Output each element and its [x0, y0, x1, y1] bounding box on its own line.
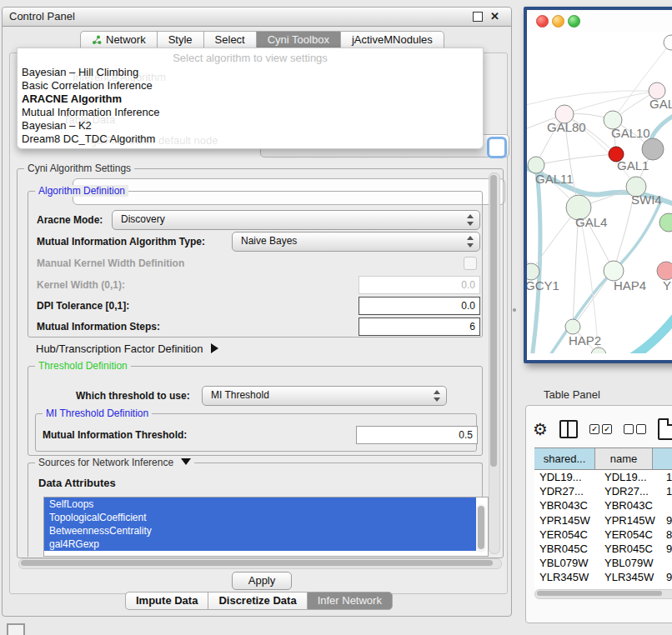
which-threshold-combo[interactable]: MI Threshold	[202, 386, 447, 406]
table-row[interactable]: YPR145WYPR145W9.	[534, 513, 672, 528]
table-row[interactable]: YDR27...YDR27...12	[534, 484, 672, 498]
attribute-list-item[interactable]: SelfLoops	[44, 498, 476, 511]
table-cell: 9.	[661, 542, 672, 556]
network-node-label: GAL	[649, 97, 672, 111]
corner-widget-icon[interactable]	[7, 623, 25, 635]
network-node-leftgreen[interactable]	[528, 157, 544, 173]
table-column-header[interactable]: name	[595, 448, 653, 469]
table-cell: YER054C	[599, 528, 661, 542]
network-node-bottomnode[interactable]	[591, 348, 606, 353]
network-icon	[92, 35, 102, 45]
network-window-titlebar[interactable]	[527, 10, 672, 32]
table-cell: YPR145W	[534, 513, 599, 528]
network-node-label: SWI4	[631, 192, 662, 207]
mac-zoom-icon[interactable]	[568, 15, 580, 28]
tab-select[interactable]: Select	[203, 31, 256, 49]
network-edge[interactable]	[650, 108, 672, 142]
mi-threshold-field[interactable]: 0.5	[356, 426, 478, 444]
table-body: YDL19...YDL19...13YDR27...YDR27...12YBR0…	[534, 470, 672, 588]
tab-label: Select	[215, 32, 245, 48]
table-cell: YDR27...	[534, 484, 599, 498]
dpi-tolerance-field[interactable]: 0.0	[359, 297, 480, 315]
hub-definition-toggle[interactable]: Hub/Transcription Factor Definition	[36, 342, 218, 355]
close-icon[interactable]: ✕	[490, 12, 499, 22]
hub-definition-label: Hub/Transcription Factor Definition	[36, 342, 203, 355]
stepper-arrows-icon	[434, 390, 441, 402]
apply-button[interactable]: Apply	[232, 572, 292, 590]
table-cell: 9.	[661, 570, 672, 584]
table-row[interactable]: YBR045CYBR045C9.	[534, 542, 672, 556]
network-view-window[interactable]: GALGAL80GAL10GAL1GAL11SWI4GAL4GCY1HAP4YH…	[524, 7, 672, 363]
table-column-header[interactable]: shared...	[534, 448, 595, 469]
table-panel-title: Table Panel	[544, 388, 600, 401]
control-panel-titlebar[interactable]: Control Panel ✕	[3, 8, 511, 27]
tab-style[interactable]: Style	[157, 31, 203, 49]
popup-placeholder: Select algorithm to view settings	[18, 52, 483, 64]
table-row[interactable]: YIL052CYIL052C0.	[534, 585, 672, 589]
bottom-tab-impute-data[interactable]: Impute Data	[125, 592, 208, 610]
table-row[interactable]: YBR043CYBR043C	[534, 498, 672, 512]
deselect-all-checkboxes-icon[interactable]	[624, 424, 646, 434]
table-column-header[interactable]	[653, 448, 672, 469]
select-all-checkboxes-icon[interactable]: ✓✓	[589, 424, 612, 434]
table-cell: 12	[661, 484, 672, 498]
network-node-HAP2[interactable]	[565, 319, 580, 334]
dpi-tolerance-label: DPI Tolerance [0,1]:	[37, 300, 129, 312]
mi-algorithm-type-combo[interactable]: Naive Bayes	[232, 232, 480, 252]
table-row[interactable]: YER054CYER054C8.	[534, 528, 672, 542]
bottom-tabbar: Impute DataDiscretize DataInfer Network	[125, 592, 393, 610]
network-node-rightgreen[interactable]	[659, 213, 672, 232]
tab-cyni-toolbox[interactable]: Cyni Toolbox	[256, 31, 340, 49]
sources-title-text: Sources for Network Inference	[38, 457, 173, 468]
float-window-icon[interactable]	[473, 12, 483, 22]
data-attributes-label: Data Attributes	[38, 477, 116, 489]
ghost-text: Inference Algorithm	[73, 71, 166, 83]
attribute-list-item[interactable]: BetweennessCentrality	[44, 524, 476, 538]
table-row[interactable]: YBL079WYBL079W	[534, 556, 672, 570]
manual-kernel-width-checkbox[interactable]	[464, 257, 477, 270]
tab-label: Style	[168, 32, 193, 48]
network-edge[interactable]	[527, 91, 657, 107]
table-cell	[661, 556, 672, 570]
network-edge[interactable]	[536, 154, 616, 165]
data-attributes-list[interactable]: SelfLoopsTopologicalCoefficientBetweenne…	[43, 497, 489, 557]
popup-item[interactable]: ARACNE Algorithm	[22, 92, 479, 106]
bottom-tab-discretize-data[interactable]: Discretize Data	[208, 592, 306, 610]
network-node-label: GAL1	[617, 158, 649, 172]
table-horizontal-scrollbar[interactable]	[534, 589, 672, 599]
mac-close-icon[interactable]	[536, 15, 549, 28]
splitter-handle[interactable]	[513, 308, 516, 312]
table-row[interactable]: YLR345WYLR345W9.	[534, 570, 672, 584]
gear-icon[interactable]: ⚙	[533, 421, 548, 438]
network-edge[interactable]	[610, 313, 672, 353]
kernel-width-field[interactable]: 0.0	[359, 276, 480, 294]
table-row[interactable]: YDL19...YDL19...13	[534, 470, 672, 484]
split-panel-icon[interactable]	[559, 420, 578, 438]
settings-horizontal-scrollbar[interactable]	[18, 558, 502, 569]
network-edge[interactable]	[531, 165, 540, 353]
tab-jactivemnodules[interactable]: jActiveMNodules	[340, 31, 444, 49]
mi-steps-field[interactable]: 6	[359, 318, 480, 336]
aracne-mode-combo[interactable]: Discovery	[112, 210, 480, 230]
sources-group-title[interactable]: Sources for Network Inference	[35, 457, 194, 468]
table-cell: YBR043C	[534, 498, 599, 512]
network-node-label: GAL10	[611, 126, 650, 140]
settings-vertical-scrollbar[interactable]	[489, 172, 500, 554]
attributes-list-scrollbar[interactable]	[476, 504, 486, 552]
document-icon[interactable]	[658, 418, 672, 440]
which-threshold-value: MI Threshold	[211, 389, 269, 401]
attribute-list-item[interactable]: TopologicalCoefficient	[44, 511, 476, 524]
network-node-GCY1[interactable]	[527, 263, 539, 280]
network-edge[interactable]	[579, 208, 599, 353]
network-node-ghost[interactable]	[664, 35, 672, 50]
network-node-greynode[interactable]	[642, 138, 664, 160]
tab-label: Cyni Toolbox	[268, 32, 329, 48]
mac-minimize-icon[interactable]	[552, 15, 564, 28]
network-node-ynode[interactable]	[657, 262, 672, 280]
network-node-label: HAP2	[569, 333, 601, 348]
network-canvas[interactable]: GALGAL80GAL10GAL1GAL11SWI4GAL4GCY1HAP4YH…	[527, 32, 672, 353]
bottom-tab-infer-network[interactable]: Infer Network	[307, 592, 393, 610]
table-cell: YPR145W	[599, 513, 661, 528]
attribute-list-item[interactable]: gal4RGexp	[44, 538, 476, 551]
tab-network[interactable]: Network	[80, 31, 157, 49]
